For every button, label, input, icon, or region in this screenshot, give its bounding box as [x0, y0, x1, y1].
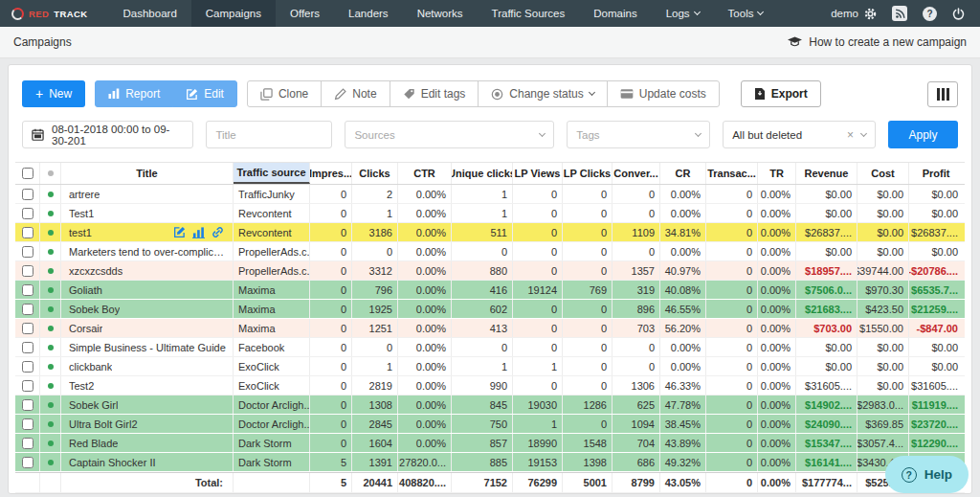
row-checkbox[interactable]	[22, 457, 33, 468]
column-header-ctr[interactable]: CTR	[398, 163, 452, 184]
table-row[interactable]: GoliathMaxima07960.00%4161912476931940.0…	[15, 281, 965, 300]
cell-impressions: 0	[310, 395, 352, 414]
clone-button[interactable]: Clone	[247, 80, 322, 107]
column-header-cr[interactable]: CR	[660, 163, 706, 184]
cell-clicks: 0	[352, 242, 398, 260]
row-checkbox[interactable]	[22, 246, 33, 258]
status-filter-select[interactable]: All but deleted ×	[723, 121, 876, 148]
nav-item-dashboard[interactable]: Dashboard	[109, 0, 191, 27]
nav-item-traffic-sources[interactable]: Traffic Sources	[478, 0, 580, 27]
cell-traffic-source: Maxima	[234, 300, 310, 318]
cell-cr: 49.32%	[660, 453, 706, 471]
export-button[interactable]: Export	[741, 80, 821, 107]
table-row[interactable]: Red BladeDark Storm016040.00%85718990154…	[15, 434, 965, 453]
row-checkbox[interactable]	[22, 342, 33, 353]
note-button[interactable]: Note	[321, 80, 390, 107]
table-row[interactable]: Test2ExoClick028190.00%99000130646.33%00…	[15, 376, 965, 395]
help-icon[interactable]: ?	[923, 7, 937, 21]
row-edit-icon[interactable]	[173, 226, 186, 238]
row-checkbox[interactable]	[22, 323, 33, 334]
clear-filter-icon[interactable]: ×	[847, 128, 854, 142]
table-row[interactable]: Simple Business - Ultimate GuideFacebook…	[15, 338, 965, 357]
nav-item-campaigns[interactable]: Campaigns	[191, 0, 276, 27]
column-header-transac[interactable]: Transac...	[706, 163, 758, 184]
date-range-picker[interactable]: 08-01-2018 00:00 to 09-30-201	[22, 121, 193, 148]
column-header-tr[interactable]: TR	[758, 163, 796, 184]
row-checkbox[interactable]	[22, 438, 33, 449]
row-checkbox[interactable]	[22, 284, 33, 296]
table-row[interactable]: Ultra Bolt Girl2Doctor Arcligh...028450.…	[15, 415, 965, 434]
nav-item-logs[interactable]: Logs	[652, 0, 714, 27]
column-header-cost[interactable]: Cost	[858, 163, 909, 184]
cell-lp-views: 0	[513, 338, 563, 356]
logout-power-icon[interactable]	[952, 8, 965, 20]
table-row[interactable]: Captain Shocker IIDark Storm5139127820.0…	[15, 453, 965, 472]
user-menu[interactable]: demo	[831, 8, 877, 20]
row-checkbox[interactable]	[22, 227, 33, 238]
cell-conversions: 0	[612, 185, 660, 203]
nav-item-offers[interactable]: Offers	[276, 0, 334, 27]
row-report-icon[interactable]	[192, 226, 205, 238]
nav-item-landers[interactable]: Landers	[334, 0, 403, 27]
row-checkbox[interactable]	[22, 380, 33, 392]
column-header-impres[interactable]: Impres...	[310, 163, 352, 184]
tags-select[interactable]: Tags	[567, 121, 710, 148]
row-checkbox[interactable]	[22, 304, 33, 315]
row-checkbox[interactable]	[22, 265, 33, 277]
copy-icon	[260, 88, 273, 101]
cell-lp-views: 18990	[513, 434, 563, 452]
column-header-lp-views[interactable]: LP Views	[513, 163, 563, 184]
column-header-title[interactable]: Title	[61, 163, 234, 184]
bar-chart-icon	[108, 88, 120, 100]
row-checkbox[interactable]	[22, 418, 33, 430]
row-link-icon[interactable]	[212, 226, 224, 238]
table-row[interactable]: artrereTrafficJunky020.00%10000.00%00.00…	[15, 185, 965, 204]
table-row[interactable]: Sobek GirlDoctor Arcligh...013080.00%845…	[15, 395, 965, 415]
report-button[interactable]: Report	[95, 80, 173, 107]
title-filter-input[interactable]	[206, 121, 332, 148]
row-checkbox[interactable]	[22, 189, 33, 200]
column-header-conver[interactable]: Conver...	[612, 163, 660, 184]
change-status-button[interactable]: Change status	[478, 80, 607, 107]
table-row[interactable]: Sobek BoyMaxima019250.00%6020089646.55%0…	[15, 300, 965, 319]
table-row[interactable]: clickbankExoClick010.00%11000.00%00.00%$…	[15, 357, 965, 376]
cell-profit: $31605....	[909, 376, 963, 395]
report-edit-group: Report Edit	[95, 80, 237, 107]
feed-icon[interactable]	[892, 6, 907, 21]
help-fab-button[interactable]: ? Help	[885, 456, 969, 493]
select-all-checkbox[interactable]	[22, 168, 33, 179]
column-header-clicks[interactable]: Clicks	[352, 163, 398, 184]
nav-item-tools[interactable]: Tools	[714, 0, 778, 27]
update-costs-button[interactable]: Update costs	[607, 80, 720, 107]
table-row[interactable]: xzcxzcsddsPropellerAds.c...033120.00%880…	[15, 261, 965, 281]
app-logo[interactable]: REDTRACK	[0, 0, 109, 27]
column-header-profit[interactable]: Profit	[909, 163, 963, 184]
row-checkbox[interactable]	[22, 361, 33, 373]
nav-item-domains[interactable]: Domains	[579, 0, 651, 27]
new-button[interactable]: + New	[22, 80, 85, 107]
table-row[interactable]: Marketers tend to over-complicate things…	[15, 242, 965, 261]
how-to-link[interactable]: How to create a new campaign	[788, 35, 967, 49]
apply-button[interactable]: Apply	[888, 121, 958, 148]
cell-traffic-source: Maxima	[234, 281, 310, 299]
column-header-lp-clicks[interactable]: LP Clicks	[563, 163, 612, 184]
nav-item-networks[interactable]: Networks	[403, 0, 478, 27]
columns-settings-button[interactable]	[927, 81, 958, 107]
row-checkbox[interactable]	[22, 399, 33, 411]
cell-ctr: 0.00%	[398, 204, 452, 222]
cell-lp-clicks: 1398	[563, 453, 612, 471]
edit-tags-button[interactable]: Edit tags	[390, 80, 479, 107]
column-header-unique-clicks[interactable]: Unique clicks	[452, 163, 513, 184]
column-header-revenue[interactable]: Revenue	[796, 163, 858, 184]
edit-button[interactable]: Edit	[172, 80, 237, 107]
column-header-traffic-source[interactable]: Traffic source	[234, 163, 310, 184]
table-row[interactable]: Test1Revcontent010.00%10000.00%00.00%$0.…	[15, 204, 965, 223]
cell-traffic-source: TrafficJunky	[234, 185, 310, 203]
cell-transactions: 0	[706, 338, 758, 356]
cell-lp-clicks: 0	[563, 319, 612, 337]
table-row[interactable]: test1Revcontent031860.00%51100110934.81%…	[15, 223, 965, 242]
total-unique-clicks: 7152	[452, 473, 513, 492]
table-row[interactable]: CorsairMaxima012510.00%4130070356.20%00.…	[15, 319, 965, 338]
sources-select[interactable]: Sources	[345, 121, 554, 148]
row-checkbox[interactable]	[22, 208, 33, 219]
